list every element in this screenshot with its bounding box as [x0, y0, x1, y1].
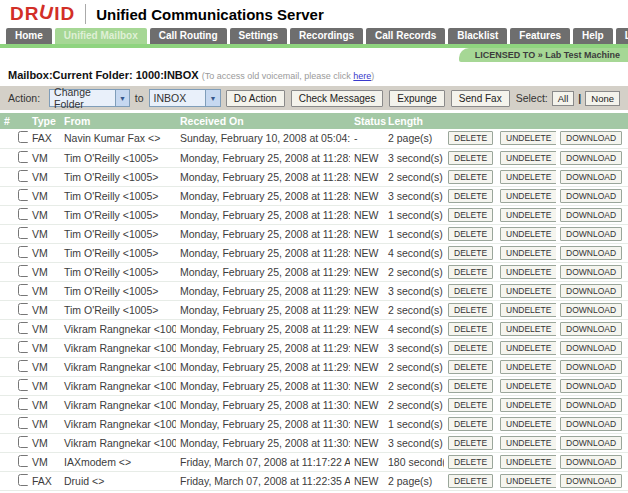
old-voicemail-link[interactable]: here	[353, 71, 371, 81]
delete-button[interactable]: DELETE	[448, 170, 493, 184]
undelete-button[interactable]: UNDELETE	[500, 227, 556, 241]
download-button[interactable]: DOWNLOAD	[560, 284, 622, 298]
download-button[interactable]: DOWNLOAD	[560, 417, 622, 431]
tab-unified-mailbox[interactable]: Unified Mailbox	[55, 28, 147, 44]
row-checkbox[interactable]	[18, 379, 28, 391]
delete-button[interactable]: DELETE	[448, 417, 493, 431]
undelete-button[interactable]: UNDELETE	[500, 246, 556, 260]
download-button[interactable]: DOWNLOAD	[560, 455, 622, 469]
download-button[interactable]: DOWNLOAD	[560, 474, 622, 488]
delete-button[interactable]: DELETE	[448, 379, 493, 393]
download-button[interactable]: DOWNLOAD	[560, 246, 622, 260]
message-type: VM	[28, 224, 60, 243]
undelete-button[interactable]: UNDELETE	[500, 474, 556, 488]
download-button[interactable]: DOWNLOAD	[560, 170, 622, 184]
delete-button[interactable]: DELETE	[448, 474, 493, 488]
delete-button[interactable]: DELETE	[448, 360, 493, 374]
undelete-button[interactable]: UNDELETE	[500, 360, 556, 374]
delete-button[interactable]: DELETE	[448, 265, 493, 279]
select-none-button[interactable]: None	[585, 91, 620, 106]
delete-button[interactable]: DELETE	[448, 455, 493, 469]
undelete-button[interactable]: UNDELETE	[500, 284, 556, 298]
tab-blacklist[interactable]: Blacklist	[448, 28, 507, 44]
undelete-button[interactable]: UNDELETE	[500, 417, 556, 431]
row-checkbox[interactable]	[18, 227, 28, 239]
delete-button[interactable]: DELETE	[448, 246, 493, 260]
download-button[interactable]: DOWNLOAD	[560, 265, 622, 279]
undelete-button[interactable]: UNDELETE	[500, 265, 556, 279]
undelete-button[interactable]: UNDELETE	[500, 398, 556, 412]
expunge-button[interactable]: Expunge	[389, 90, 444, 107]
tab-settings[interactable]: Settings	[230, 28, 287, 44]
row-checkbox[interactable]	[18, 474, 28, 486]
do-action-button[interactable]: Do Action	[226, 90, 285, 107]
send-fax-button[interactable]: Send Fax	[451, 90, 510, 107]
message-received-on: Monday, February 25, 2008 at 11:28:26 AM	[176, 167, 350, 186]
message-from: Tim O'Reilly <1005>	[60, 281, 176, 300]
row-checkbox[interactable]	[18, 360, 28, 372]
download-button[interactable]: DOWNLOAD	[560, 379, 622, 393]
row-checkbox[interactable]	[18, 170, 28, 182]
tab-help[interactable]: Help	[573, 28, 613, 44]
row-checkbox[interactable]	[18, 398, 28, 410]
row-checkbox[interactable]	[18, 265, 28, 277]
tab-call-records[interactable]: Call Records	[366, 28, 445, 44]
delete-button[interactable]: DELETE	[448, 303, 493, 317]
undelete-button[interactable]: UNDELETE	[500, 455, 556, 469]
row-checkbox[interactable]	[18, 246, 28, 258]
undelete-button[interactable]: UNDELETE	[500, 322, 556, 336]
delete-button[interactable]: DELETE	[448, 131, 493, 145]
row-checkbox[interactable]	[18, 303, 28, 315]
undelete-button[interactable]: UNDELETE	[500, 436, 556, 450]
folder-select[interactable]: INBOX ▼	[149, 89, 221, 107]
download-button[interactable]: DOWNLOAD	[560, 341, 622, 355]
row-checkbox[interactable]	[18, 436, 28, 448]
table-row: VM IAXmodem <> Friday, March 07, 2008 at…	[0, 452, 628, 471]
download-button[interactable]: DOWNLOAD	[560, 208, 622, 222]
delete-button[interactable]: DELETE	[448, 436, 493, 450]
undelete-button[interactable]: UNDELETE	[500, 379, 556, 393]
delete-button[interactable]: DELETE	[448, 208, 493, 222]
undelete-button[interactable]: UNDELETE	[500, 303, 556, 317]
table-row: FAX Druid <> Friday, March 07, 2008 at 1…	[0, 471, 628, 490]
download-button[interactable]: DOWNLOAD	[560, 151, 622, 165]
row-checkbox[interactable]	[18, 208, 28, 220]
download-button[interactable]: DOWNLOAD	[560, 227, 622, 241]
download-button[interactable]: DOWNLOAD	[560, 303, 622, 317]
undelete-button[interactable]: UNDELETE	[500, 341, 556, 355]
tab-features[interactable]: Features	[510, 28, 570, 44]
delete-button[interactable]: DELETE	[448, 189, 493, 203]
undelete-button[interactable]: UNDELETE	[500, 151, 556, 165]
select-all-button[interactable]: All	[552, 91, 575, 106]
download-button[interactable]: DOWNLOAD	[560, 131, 622, 145]
delete-button[interactable]: DELETE	[448, 398, 493, 412]
tab-recordings[interactable]: Recordings	[290, 28, 363, 44]
row-checkbox[interactable]	[18, 131, 28, 143]
row-checkbox[interactable]	[18, 417, 28, 429]
tab-call-routing[interactable]: Call Routing	[150, 28, 227, 44]
row-checkbox[interactable]	[18, 455, 28, 467]
delete-button[interactable]: DELETE	[448, 284, 493, 298]
check-messages-button[interactable]: Check Messages	[291, 90, 384, 107]
row-checkbox[interactable]	[18, 322, 28, 334]
download-button[interactable]: DOWNLOAD	[560, 360, 622, 374]
undelete-button[interactable]: UNDELETE	[500, 208, 556, 222]
row-checkbox[interactable]	[18, 284, 28, 296]
action-select[interactable]: Change Folder ▼	[49, 89, 130, 107]
undelete-button[interactable]: UNDELETE	[500, 131, 556, 145]
download-button[interactable]: DOWNLOAD	[560, 398, 622, 412]
undelete-button[interactable]: UNDELETE	[500, 189, 556, 203]
delete-button[interactable]: DELETE	[448, 151, 493, 165]
row-checkbox[interactable]	[18, 151, 28, 163]
tab-home[interactable]: Home	[6, 28, 52, 44]
row-checkbox[interactable]	[18, 341, 28, 353]
delete-button[interactable]: DELETE	[448, 322, 493, 336]
delete-button[interactable]: DELETE	[448, 227, 493, 241]
download-button[interactable]: DOWNLOAD	[560, 322, 622, 336]
download-button[interactable]: DOWNLOAD	[560, 189, 622, 203]
download-button[interactable]: DOWNLOAD	[560, 436, 622, 450]
undelete-button[interactable]: UNDELETE	[500, 170, 556, 184]
row-checkbox[interactable]	[18, 189, 28, 201]
delete-button[interactable]: DELETE	[448, 341, 493, 355]
tab-logout[interactable]: Logout	[616, 28, 628, 44]
